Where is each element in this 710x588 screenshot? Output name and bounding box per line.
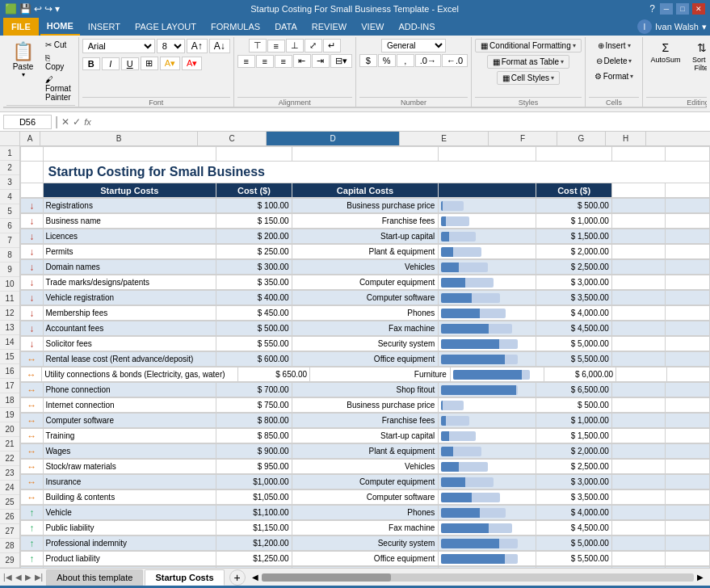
cell-c5[interactable]: $ 150.00 [216,214,292,229]
cell-h26[interactable] [665,536,709,551]
scroll-right-arrow[interactable]: ▶ [697,573,704,582]
cell-g28[interactable] [611,567,665,569]
decrease-decimal-button[interactable]: ←.0 [442,54,468,67]
cell-g16[interactable] [611,383,665,397]
cell-h13[interactable] [665,337,709,351]
cell-g15[interactable] [616,368,667,382]
row-num-19[interactable]: 19 [0,408,19,422]
copy-button[interactable]: ⎘ Copy [41,52,75,73]
cell-d11[interactable]: Phones [292,306,439,321]
cell-e17[interactable] [439,398,536,413]
row-num-12[interactable]: 12 [0,306,19,321]
file-menu[interactable]: FILE [3,18,39,36]
cell-d24[interactable]: Phones [292,506,439,520]
cell-d21[interactable]: Vehicles [292,460,439,474]
cell-h7[interactable] [665,245,709,259]
cell-a16[interactable]: ↔ [21,383,44,397]
cell-f4[interactable]: $ 500.00 [536,199,612,213]
cell-d20[interactable]: Plant & equipment [292,444,439,459]
row-num-23[interactable]: 23 [0,466,19,481]
cell-g4[interactable] [611,199,665,213]
cell-c12[interactable]: $ 500.00 [216,321,292,336]
formula-input[interactable] [95,116,707,128]
data-menu[interactable]: DATA [268,18,304,36]
paste-button[interactable]: 📋 Paste ▾ [6,39,40,103]
align-right-button[interactable]: ≡ [275,55,292,68]
row-num-1[interactable]: 1 [0,146,19,161]
minimize-button[interactable]: ─ [660,3,673,15]
cell-e21[interactable] [439,460,536,474]
row-num-28[interactable]: 28 [0,539,19,553]
row-num-21[interactable]: 21 [0,437,19,452]
cell-f10[interactable]: $ 3,500.00 [536,291,612,305]
cell-h15[interactable] [667,368,710,382]
row-num-24[interactable]: 24 [0,481,19,495]
row-num-22[interactable]: 22 [0,452,19,466]
cell-g8[interactable] [611,260,665,275]
cell-c26[interactable]: $1,200.00 [216,536,292,551]
cell-g7[interactable] [611,245,665,259]
cell-a21[interactable]: ↔ [21,460,44,474]
cell-a28[interactable]: ↑ [21,567,44,569]
cell-d22[interactable]: Computer equipment [292,475,439,489]
cell-e14[interactable] [439,352,536,367]
maximize-button[interactable]: □ [676,3,689,15]
cell-f9[interactable]: $ 3,000.00 [536,275,612,290]
cell-a2[interactable] [21,162,44,183]
format-as-table-button[interactable]: ▦ Format as Table ▾ [487,55,570,69]
cell-a23[interactable]: ↔ [21,490,44,505]
cell-d14[interactable]: Office equipment [292,352,439,367]
cell-f23[interactable]: $ 3,500.00 [536,490,612,505]
cell-d1[interactable] [292,147,439,162]
cell-a6[interactable]: ↓ [21,229,44,244]
cell-a7[interactable]: ↓ [21,245,44,259]
review-menu[interactable]: REVIEW [305,18,353,36]
cell-c16[interactable]: $ 700.00 [216,383,292,397]
row-num-6[interactable]: 6 [0,219,19,233]
first-sheet-arrow[interactable]: |◀ [2,572,14,582]
cell-b26[interactable]: Professional indemnity [43,536,216,551]
cell-h21[interactable] [665,460,709,474]
cell-d19[interactable]: Start-up capital [292,429,439,443]
cell-e7[interactable] [439,245,536,259]
cell-e27[interactable] [439,552,536,566]
cell-b17[interactable]: Internet connection [43,398,216,413]
row-num-29[interactable]: 29 [0,553,19,568]
cell-c6[interactable]: $ 200.00 [216,229,292,244]
cell-b10[interactable]: Vehicle registration [43,291,216,305]
cell-g14[interactable] [611,352,665,367]
header-cost[interactable]: Cost ($) [216,183,292,198]
cell-b9[interactable]: Trade marks/designs/patents [43,275,216,290]
horizontal-scrollbar[interactable]: ◀ ▶ [246,573,710,582]
col-header-b[interactable]: B [40,132,198,145]
cell-e16[interactable] [439,383,536,397]
cell-d16[interactable]: Shop fitout [292,383,439,397]
tab-startup-costs[interactable]: Startup Costs [145,569,224,586]
increase-indent-button[interactable]: ⇥ [312,54,330,68]
cell-c10[interactable]: $ 400.00 [216,291,292,305]
cell-g12[interactable] [611,321,665,336]
increase-decimal-button[interactable]: .0→ [415,54,441,67]
cell-e28[interactable] [439,567,536,569]
cell-d7[interactable]: Plant & equipment [292,245,439,259]
cell-d18[interactable]: Franchise fees [292,414,439,428]
underline-button[interactable]: U [121,57,139,70]
cell-h16[interactable] [665,383,709,397]
cell-b15[interactable]: Utility connections & bonds (Electricity… [42,368,237,382]
fill-color-button[interactable]: A▾ [160,57,180,70]
tab-about-template[interactable]: About this template [46,569,143,586]
cell-f11[interactable]: $ 4,000.00 [536,306,612,321]
cell-b7[interactable]: Permits [43,245,216,259]
cell-e6[interactable] [439,229,536,244]
cell-h1[interactable] [665,147,709,162]
cell-g9[interactable] [611,275,665,290]
close-button[interactable]: ✕ [692,3,705,15]
window-controls[interactable]: ─ □ ✕ [660,3,705,15]
cell-reference[interactable] [3,115,52,129]
cell-e15[interactable] [450,368,544,382]
header-startup-costs[interactable]: Startup Costs [43,183,216,198]
cell-b6[interactable]: Licences [43,229,216,244]
cell-a12[interactable]: ↓ [21,321,44,336]
cell-b20[interactable]: Wages [43,444,216,459]
cell-h3[interactable] [665,183,709,198]
